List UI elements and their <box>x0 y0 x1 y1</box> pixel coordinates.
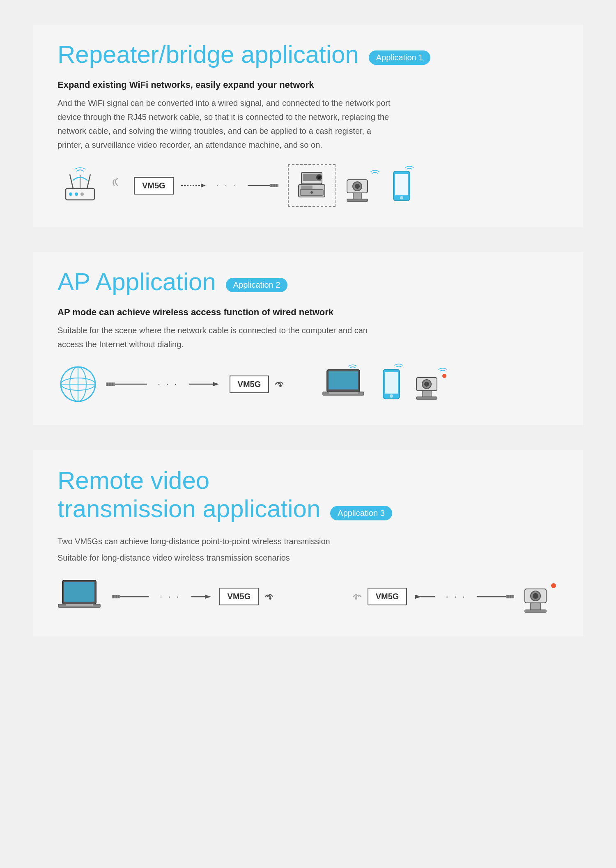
section2-header: AP Application Application 2 <box>57 268 559 295</box>
section2-diagram: · · · VM5G <box>57 364 559 405</box>
svg-marker-8 <box>201 183 206 188</box>
section2-title: AP Application <box>57 268 216 295</box>
right-devices-ap <box>321 364 448 405</box>
svg-point-6 <box>80 192 84 196</box>
section1-body: And the WiFi signal can be converted int… <box>57 96 394 152</box>
arrow-3a <box>191 593 212 601</box>
section3-body2: Suitable for long-distance video wireles… <box>57 551 394 565</box>
smartphone-icon-2 <box>378 364 405 405</box>
svg-marker-69 <box>205 595 211 599</box>
cable-left-3 <box>112 592 149 602</box>
dots-3b: · · · <box>446 591 467 602</box>
section3-badge: Application 3 <box>330 506 392 520</box>
cable-1 <box>248 181 280 190</box>
svg-rect-36 <box>106 382 115 386</box>
section1-diagram: VM5G · · · <box>57 164 559 207</box>
svg-rect-46 <box>329 371 358 389</box>
svg-rect-50 <box>385 372 398 394</box>
section-repeater: Repeater/bridge application Application … <box>33 25 583 227</box>
vm5g-remote-right: VM5G <box>348 588 407 605</box>
section2-body: Suitable for the scene where the network… <box>57 323 394 351</box>
wifi-wave-left <box>110 175 126 196</box>
svg-point-71 <box>355 597 357 600</box>
cable-to-vm5g <box>189 380 222 388</box>
svg-rect-29 <box>395 174 408 195</box>
svg-point-4 <box>69 192 72 196</box>
section2-subtitle: AP mode can achieve wireless access func… <box>57 307 559 318</box>
camera-icon-2 <box>413 367 448 402</box>
vm5g-box-3b: VM5G <box>368 588 407 605</box>
svg-point-51 <box>390 394 393 398</box>
dots-2: · · · <box>158 379 179 389</box>
cash-register-icon <box>295 169 328 202</box>
dots-1: · · · <box>216 180 237 191</box>
section3-diagram: · · · VM5G VM5G <box>57 577 559 616</box>
svg-point-5 <box>75 192 78 196</box>
svg-rect-48 <box>329 392 358 394</box>
svg-marker-43 <box>213 382 219 386</box>
svg-point-19 <box>310 191 313 194</box>
section3-title-line2: transmission application <box>57 495 320 523</box>
svg-line-2 <box>70 174 73 188</box>
vm5g-ap-group: VM5G <box>230 376 289 393</box>
cable-connector-left <box>106 379 147 389</box>
section1-badge: Application 1 <box>369 50 431 65</box>
svg-point-30 <box>400 196 403 199</box>
section1-subtitle: Expand existing WiFi networks, easily ex… <box>57 80 559 90</box>
camera-icon <box>343 168 380 203</box>
svg-point-80 <box>551 583 556 588</box>
arrow-3b <box>414 593 435 601</box>
svg-rect-27 <box>347 199 368 202</box>
section1-title: Repeater/bridge application <box>57 41 359 68</box>
arrow-right-1 <box>181 181 206 190</box>
cable-right-3 <box>477 592 514 602</box>
wifi-arcs-3b-left <box>348 589 364 605</box>
section-ap: AP Application Application 2 AP mode can… <box>33 252 583 425</box>
section3-header: Remote video transmission application Ap… <box>57 466 559 523</box>
svg-point-83 <box>533 593 538 599</box>
svg-marker-73 <box>415 595 421 599</box>
router-icon <box>57 167 103 204</box>
svg-point-44 <box>279 385 282 387</box>
svg-rect-85 <box>525 610 546 612</box>
dots-3a: · · · <box>160 591 181 602</box>
vm5g-box-2: VM5G <box>230 376 269 393</box>
section-remote: Remote video transmission application Ap… <box>33 450 583 637</box>
section3-title-block: Remote video transmission application Ap… <box>57 466 392 523</box>
camera-icon-right <box>522 578 559 615</box>
svg-rect-61 <box>66 604 93 606</box>
vm5g-remote-left: VM5G <box>219 588 279 605</box>
vm5g-box-3a: VM5G <box>219 588 259 605</box>
svg-line-3 <box>87 174 90 188</box>
section3-body1: Two VM5Gs can achieve long-distance poin… <box>57 534 394 548</box>
laptop-icon <box>321 364 370 405</box>
wifi-arcs-right <box>272 376 289 392</box>
svg-rect-59 <box>64 582 94 602</box>
svg-point-55 <box>424 382 429 387</box>
vm5g-box-1: VM5G <box>134 177 174 195</box>
section3-title-line1: Remote video <box>57 466 392 495</box>
wifi-arcs-3a <box>262 589 278 605</box>
laptop-icon-left <box>57 577 105 616</box>
svg-point-25 <box>355 184 360 189</box>
svg-rect-20 <box>301 186 313 189</box>
globe-icon <box>57 364 99 405</box>
section2-badge: Application 2 <box>226 278 288 292</box>
section1-header: Repeater/bridge application Application … <box>57 41 559 68</box>
smartphone-icon <box>387 165 416 206</box>
dashed-device-box <box>288 164 336 207</box>
svg-point-52 <box>442 374 446 378</box>
svg-rect-57 <box>416 397 437 399</box>
svg-point-70 <box>269 597 271 600</box>
svg-point-22 <box>317 176 321 179</box>
